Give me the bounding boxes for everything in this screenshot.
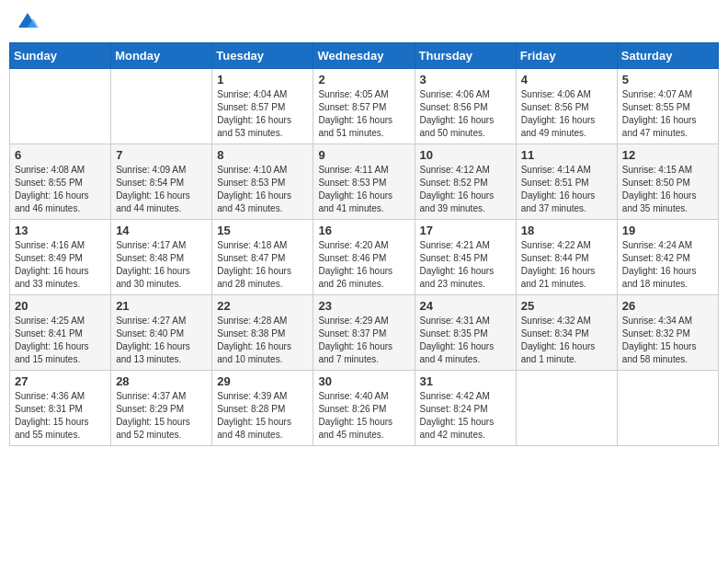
day-number: 5 — [622, 73, 713, 86]
calendar-cell — [516, 371, 617, 446]
daylight-text: Daylight: 16 hours and 30 minutes. — [116, 266, 190, 289]
sunset-text: Sunset: 8:53 PM — [318, 178, 386, 188]
day-info: Sunrise: 4:10 AM Sunset: 8:53 PM Dayligh… — [217, 164, 308, 215]
calendar-cell — [617, 371, 718, 446]
sunrise-text: Sunrise: 4:24 AM — [622, 240, 692, 250]
day-number: 28 — [116, 374, 207, 388]
sunset-text: Sunset: 8:55 PM — [622, 102, 690, 112]
daylight-text: Daylight: 16 hours and 28 minutes. — [217, 266, 291, 289]
sunrise-text: Sunrise: 4:04 AM — [217, 89, 287, 99]
calendar-cell: 25 Sunrise: 4:32 AM Sunset: 8:34 PM Dayl… — [516, 295, 617, 371]
sunset-text: Sunset: 8:45 PM — [420, 253, 488, 263]
sunrise-text: Sunrise: 4:25 AM — [15, 316, 85, 326]
sunset-text: Sunset: 8:29 PM — [116, 404, 184, 414]
day-info: Sunrise: 4:21 AM Sunset: 8:45 PM Dayligh… — [420, 239, 511, 291]
daylight-text: Daylight: 16 hours and 35 minutes. — [622, 190, 697, 213]
day-number: 31 — [420, 374, 511, 388]
daylight-text: Daylight: 16 hours and 7 minutes. — [318, 341, 392, 364]
daylight-text: Daylight: 16 hours and 33 minutes. — [15, 266, 89, 289]
sunset-text: Sunset: 8:57 PM — [318, 102, 386, 112]
day-info: Sunrise: 4:42 AM Sunset: 8:24 PM Dayligh… — [420, 390, 511, 442]
weekday-header-monday: Monday — [111, 43, 212, 69]
calendar-cell: 14 Sunrise: 4:17 AM Sunset: 8:48 PM Dayl… — [111, 220, 212, 295]
daylight-text: Daylight: 15 hours and 45 minutes. — [318, 417, 392, 440]
sunrise-text: Sunrise: 4:31 AM — [420, 316, 490, 326]
logo — [13, 9, 40, 35]
day-info: Sunrise: 4:29 AM Sunset: 8:37 PM Dayligh… — [318, 315, 409, 366]
sunset-text: Sunset: 8:52 PM — [420, 178, 488, 188]
daylight-text: Daylight: 16 hours and 4 minutes. — [420, 341, 495, 364]
calendar-cell: 22 Sunrise: 4:28 AM Sunset: 8:38 PM Dayl… — [212, 295, 313, 371]
sunset-text: Sunset: 8:48 PM — [116, 253, 184, 263]
day-number: 8 — [217, 148, 308, 162]
day-number: 11 — [521, 148, 612, 162]
sunrise-text: Sunrise: 4:39 AM — [217, 391, 287, 401]
sunset-text: Sunset: 8:56 PM — [420, 102, 488, 112]
sunrise-text: Sunrise: 4:16 AM — [15, 240, 85, 250]
sunset-text: Sunset: 8:57 PM — [217, 102, 285, 112]
daylight-text: Daylight: 16 hours and 26 minutes. — [318, 266, 392, 289]
calendar-cell: 30 Sunrise: 4:40 AM Sunset: 8:26 PM Dayl… — [313, 371, 415, 446]
daylight-text: Daylight: 16 hours and 43 minutes. — [217, 190, 291, 213]
calendar-cell: 13 Sunrise: 4:16 AM Sunset: 8:49 PM Dayl… — [10, 220, 111, 295]
day-info: Sunrise: 4:07 AM Sunset: 8:55 PM Dayligh… — [622, 88, 713, 140]
sunset-text: Sunset: 8:56 PM — [521, 102, 589, 112]
sunrise-text: Sunrise: 4:20 AM — [318, 240, 388, 250]
sunset-text: Sunset: 8:44 PM — [521, 253, 589, 263]
sunrise-text: Sunrise: 4:36 AM — [15, 391, 85, 401]
calendar-week-row: 27 Sunrise: 4:36 AM Sunset: 8:31 PM Dayl… — [10, 371, 719, 446]
day-info: Sunrise: 4:40 AM Sunset: 8:26 PM Dayligh… — [318, 390, 409, 442]
sunrise-text: Sunrise: 4:27 AM — [116, 316, 186, 326]
sunset-text: Sunset: 8:28 PM — [217, 404, 285, 414]
calendar-cell: 29 Sunrise: 4:39 AM Sunset: 8:28 PM Dayl… — [212, 371, 313, 446]
calendar-cell: 19 Sunrise: 4:24 AM Sunset: 8:42 PM Dayl… — [617, 220, 718, 295]
calendar-week-row: 20 Sunrise: 4:25 AM Sunset: 8:41 PM Dayl… — [10, 295, 719, 371]
sunset-text: Sunset: 8:54 PM — [116, 178, 184, 188]
logo-icon — [15, 9, 40, 35]
sunset-text: Sunset: 8:47 PM — [217, 253, 285, 263]
calendar-cell: 10 Sunrise: 4:12 AM Sunset: 8:52 PM Dayl… — [415, 144, 516, 220]
weekday-header-row: SundayMondayTuesdayWednesdayThursdayFrid… — [10, 43, 719, 69]
day-number: 10 — [420, 148, 511, 162]
calendar-cell: 16 Sunrise: 4:20 AM Sunset: 8:46 PM Dayl… — [313, 220, 415, 295]
day-info: Sunrise: 4:24 AM Sunset: 8:42 PM Dayligh… — [622, 239, 713, 291]
calendar-cell: 15 Sunrise: 4:18 AM Sunset: 8:47 PM Dayl… — [212, 220, 313, 295]
day-number: 15 — [217, 224, 308, 237]
day-info: Sunrise: 4:04 AM Sunset: 8:57 PM Dayligh… — [217, 88, 308, 140]
day-info: Sunrise: 4:11 AM Sunset: 8:53 PM Dayligh… — [318, 164, 409, 215]
daylight-text: Daylight: 15 hours and 52 minutes. — [116, 417, 190, 440]
calendar-cell: 27 Sunrise: 4:36 AM Sunset: 8:31 PM Dayl… — [10, 371, 111, 446]
day-info: Sunrise: 4:18 AM Sunset: 8:47 PM Dayligh… — [217, 239, 308, 291]
daylight-text: Daylight: 16 hours and 53 minutes. — [217, 115, 291, 138]
daylight-text: Daylight: 15 hours and 48 minutes. — [217, 417, 291, 440]
sunrise-text: Sunrise: 4:07 AM — [622, 89, 692, 99]
day-number: 24 — [420, 299, 511, 313]
sunrise-text: Sunrise: 4:09 AM — [116, 165, 186, 175]
day-info: Sunrise: 4:22 AM Sunset: 8:44 PM Dayligh… — [521, 239, 612, 291]
sunrise-text: Sunrise: 4:34 AM — [622, 316, 692, 326]
sunrise-text: Sunrise: 4:11 AM — [318, 165, 388, 175]
sunrise-text: Sunrise: 4:22 AM — [521, 240, 591, 250]
day-info: Sunrise: 4:36 AM Sunset: 8:31 PM Dayligh… — [15, 390, 106, 442]
sunrise-text: Sunrise: 4:21 AM — [420, 240, 490, 250]
day-number: 12 — [622, 148, 713, 162]
day-number: 19 — [622, 224, 713, 237]
day-info: Sunrise: 4:16 AM Sunset: 8:49 PM Dayligh… — [15, 239, 106, 291]
daylight-text: Daylight: 16 hours and 37 minutes. — [521, 190, 596, 213]
calendar-table: SundayMondayTuesdayWednesdayThursdayFrid… — [9, 42, 719, 446]
day-info: Sunrise: 4:31 AM Sunset: 8:35 PM Dayligh… — [420, 315, 511, 366]
day-number: 20 — [15, 299, 106, 313]
sunset-text: Sunset: 8:37 PM — [318, 328, 386, 339]
sunset-text: Sunset: 8:50 PM — [622, 178, 690, 188]
daylight-text: Daylight: 16 hours and 15 minutes. — [15, 341, 89, 364]
day-number: 23 — [318, 299, 409, 313]
sunset-text: Sunset: 8:42 PM — [622, 253, 690, 263]
day-number: 1 — [217, 73, 308, 86]
sunset-text: Sunset: 8:35 PM — [420, 328, 488, 339]
day-info: Sunrise: 4:09 AM Sunset: 8:54 PM Dayligh… — [116, 164, 207, 215]
daylight-text: Daylight: 16 hours and 47 minutes. — [622, 115, 697, 138]
sunset-text: Sunset: 8:49 PM — [15, 253, 83, 263]
weekday-header-sunday: Sunday — [10, 43, 111, 69]
day-number: 9 — [318, 148, 409, 162]
daylight-text: Daylight: 15 hours and 58 minutes. — [622, 341, 697, 364]
